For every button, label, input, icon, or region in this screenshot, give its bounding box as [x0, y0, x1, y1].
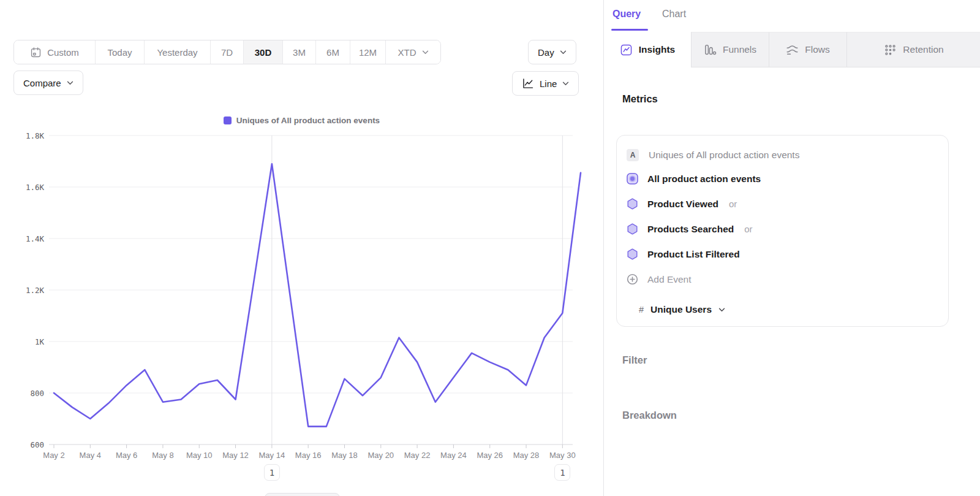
event-name: Product Viewed [647, 199, 718, 210]
svg-text:May 26: May 26 [477, 451, 503, 460]
event-row[interactable]: Product List Filtered [617, 242, 948, 267]
range-label: 30D [255, 47, 272, 58]
date-range-group: CustomTodayYesterday7D30D3M6M12MXTD [13, 40, 441, 64]
funnels-icon [704, 44, 717, 56]
svg-text:May 18: May 18 [331, 451, 358, 460]
svg-text:May 20: May 20 [368, 451, 394, 460]
range-button-xtd[interactable]: XTD [386, 40, 440, 64]
range-label: Custom [47, 47, 79, 58]
metrics-title: Metrics [622, 93, 658, 105]
range-label: 12M [359, 47, 377, 58]
range-button-7d[interactable]: 7D [211, 40, 244, 64]
svg-text:May 10: May 10 [186, 451, 213, 460]
range-button-custom[interactable]: Custom [14, 40, 96, 64]
svg-text:1.6K: 1.6K [26, 183, 45, 192]
active-tab-underline [611, 29, 648, 31]
svg-text:800: 800 [30, 389, 44, 398]
report-tab-funnels[interactable]: Funnels [691, 32, 769, 67]
insights-icon [620, 44, 633, 56]
svg-text:May 28: May 28 [513, 451, 540, 460]
report-tab-label: Funnels [723, 44, 756, 55]
y-axis: 6008001K1.2K1.4K1.6K1.8K [26, 131, 45, 449]
filter-section: Filter [622, 354, 930, 366]
legend-swatch [224, 116, 232, 124]
event-name: All product action events [647, 174, 761, 185]
range-label: 6M [326, 47, 339, 58]
report-tab-flows[interactable]: Flows [769, 32, 846, 67]
range-button-today[interactable]: Today [96, 40, 145, 64]
compare-label: Compare [23, 78, 61, 88]
report-tab-insights[interactable]: Insights [604, 32, 691, 67]
range-button-30d[interactable]: 30D [244, 40, 283, 64]
granularity-label: Day [538, 47, 554, 58]
annotation-badge[interactable]: 1 [554, 464, 570, 481]
series-line [54, 164, 581, 426]
svg-text:1K: 1K [35, 337, 45, 346]
metrics-header: Metrics [622, 93, 930, 105]
gridlines [49, 135, 573, 444]
report-canvas: 6008001K1.2K1.4K1.6K1.8KMay 2May 4May 6M… [0, 0, 603, 496]
event-row[interactable]: Products Searchedor [617, 216, 948, 242]
range-label: Today [107, 47, 132, 58]
add-event-label: Add Event [647, 274, 692, 285]
event-name: Product List Filtered [647, 249, 740, 260]
report-tab-retention[interactable]: Retention [846, 32, 980, 67]
event-hexagon-icon [627, 223, 638, 235]
range-button-3m[interactable]: 3M [283, 40, 316, 64]
event-hexagon-icon [627, 198, 638, 210]
annotation-badge[interactable]: 1 [264, 464, 280, 481]
svg-text:1.8K: 1.8K [26, 131, 45, 140]
svg-text:May 30: May 30 [549, 451, 576, 460]
legend-label: Uniques of All product action events [236, 116, 380, 125]
range-button-12m[interactable]: 12M [350, 40, 386, 64]
range-button-6m[interactable]: 6M [316, 40, 350, 64]
tab-chart[interactable]: Chart [662, 9, 686, 20]
metric-letter-badge: A [627, 149, 639, 161]
granularity-dropdown[interactable]: Day [528, 40, 576, 64]
range-label: XTD [398, 47, 417, 58]
metric-group-title: Uniques of All product action events [649, 150, 799, 161]
flows-icon [786, 44, 799, 56]
number-symbol: # [639, 305, 644, 315]
event-row[interactable]: Product Viewedor [617, 191, 948, 216]
aggregation-dropdown[interactable]: # Unique Users [617, 300, 948, 319]
x-axis: May 2May 4May 6May 8May 10May 12May 14Ma… [43, 444, 575, 460]
chevron-down-icon [718, 308, 725, 312]
range-label: Yesterday [157, 47, 197, 58]
event-hexagon-icon [627, 248, 638, 260]
breakdown-title: Breakdown [622, 410, 677, 421]
bottom-partial-widget[interactable] [265, 493, 340, 496]
tab-query[interactable]: Query [612, 9, 641, 20]
add-event-button[interactable]: Add Event [617, 267, 948, 292]
calendar-icon [30, 47, 42, 58]
svg-text:1.2K: 1.2K [26, 286, 45, 295]
metric-group-row[interactable]: A Uniques of All product action events [617, 144, 948, 166]
svg-text:May 16: May 16 [295, 451, 322, 460]
svg-text:May 4: May 4 [80, 451, 101, 460]
chevron-down-icon [560, 50, 567, 55]
retention-icon [884, 44, 897, 56]
report-tab-label: Insights [639, 44, 675, 55]
compare-dropdown[interactable]: Compare [13, 71, 83, 95]
report-tab-label: Retention [903, 44, 943, 55]
query-panel: Query Chart InsightsFunnelsFlowsRetentio… [603, 0, 980, 496]
chevron-down-icon [67, 81, 74, 85]
range-label: 3M [293, 47, 306, 58]
chart-legend: Uniques of All product action events [0, 116, 603, 125]
breakdown-section: Breakdown [622, 410, 930, 421]
range-button-yesterday[interactable]: Yesterday [145, 40, 211, 64]
svg-text:May 6: May 6 [116, 451, 137, 460]
report-tab-label: Flows [805, 44, 829, 55]
svg-text:May 12: May 12 [222, 451, 249, 460]
svg-text:May 14: May 14 [259, 451, 285, 460]
aggregation-label: Unique Users [650, 304, 712, 315]
svg-text:May 22: May 22 [404, 451, 431, 460]
chevron-down-icon [422, 50, 429, 55]
event-operator: or [729, 199, 737, 209]
svg-text:May 2: May 2 [43, 451, 64, 460]
chart-type-dropdown[interactable]: Line [512, 71, 579, 96]
chart-type-label: Line [540, 78, 557, 89]
event-row[interactable]: All product action events [617, 166, 948, 191]
svg-text:May 8: May 8 [152, 451, 173, 460]
chevron-down-icon [562, 82, 569, 86]
